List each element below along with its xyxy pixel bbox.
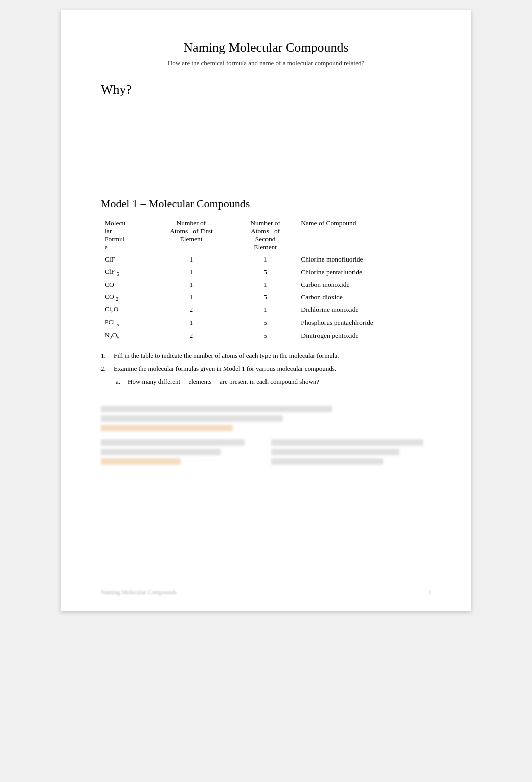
name-cl2o: Dichlorine monoxide (297, 303, 431, 316)
question-1: 1. Fill in the table to indicate the num… (101, 352, 431, 360)
question-1-text: Fill in the table to indicate the number… (114, 352, 339, 360)
table-row: CO 1 1 Carbon monoxide (101, 279, 431, 291)
question-2a-letter: a. (116, 378, 125, 386)
num2-co2: 5 (234, 291, 297, 304)
footer: Naming Molecular Compounds 1 (101, 589, 431, 596)
name-clf5: Chlorine pentafluoride (297, 266, 431, 279)
name-n2o5: Dinitrogen pentoxide (297, 329, 431, 342)
blurred-content (101, 406, 431, 470)
col-header-first-element: Number ofAtoms of FirstElement (149, 217, 234, 253)
question-2-text: Examine the molecular formulas given in … (114, 365, 336, 373)
formula-n2o5: N2O5 (101, 329, 149, 342)
question-2-num: 2. (101, 365, 111, 373)
question-2: 2. Examine the molecular formulas given … (101, 365, 431, 373)
page-subtitle: How are the chemical formula and name of… (101, 59, 431, 67)
table-row: N2O5 2 5 Dinitrogen pentoxide (101, 329, 431, 342)
name-pcl5: Phosphorus pentachlroride (297, 316, 431, 329)
why-section: Why? (101, 82, 431, 97)
question-2a-text: How many different elements are present … (128, 378, 319, 386)
questions-section: 1. Fill in the table to indicate the num… (101, 352, 431, 386)
model-1-title: Model 1 – Molecular Compounds (101, 197, 431, 210)
name-clf: Chlorine monofluoride (297, 253, 431, 266)
compounds-table: MolecularFormula Number ofAtoms of First… (101, 217, 431, 342)
footer-text: Naming Molecular Compounds (101, 589, 177, 596)
num1-clf: 1 (149, 253, 234, 266)
formula-co: CO (101, 279, 149, 291)
col-header-formula: MolecularFormula (101, 217, 149, 253)
why-label: Why? (101, 82, 132, 97)
num2-clf5: 5 (234, 266, 297, 279)
table-row: Cl2O 2 1 Dichlorine monoxide (101, 303, 431, 316)
num2-clf: 1 (234, 253, 297, 266)
col-header-second-element: Number ofAtoms ofSecondElement (234, 217, 297, 253)
num1-clf5: 1 (149, 266, 234, 279)
formula-clf5: ClF 5 (101, 266, 149, 279)
name-co: Carbon monoxide (297, 279, 431, 291)
question-1-num: 1. (101, 352, 111, 360)
formula-co2: CO 2 (101, 291, 149, 304)
page-title: Naming Molecular Compounds (101, 40, 431, 55)
document-page: Naming Molecular Compounds How are the c… (61, 10, 471, 611)
num2-co: 1 (234, 279, 297, 291)
formula-clf: ClF (101, 253, 149, 266)
table-row: ClF 5 1 5 Chlorine pentafluoride (101, 266, 431, 279)
table-row: CO 2 1 5 Carbon dioxide (101, 291, 431, 304)
num2-pcl5: 5 (234, 316, 297, 329)
formula-pcl5: PCl 5 (101, 316, 149, 329)
num1-pcl5: 1 (149, 316, 234, 329)
num1-n2o5: 2 (149, 329, 234, 342)
table-row: PCl 5 1 5 Phosphorus pentachlroride (101, 316, 431, 329)
num1-cl2o: 2 (149, 303, 234, 316)
name-co2: Carbon dioxide (297, 291, 431, 304)
num2-cl2o: 1 (234, 303, 297, 316)
question-2a: a. How many different elements are prese… (116, 378, 431, 386)
num1-co: 1 (149, 279, 234, 291)
num1-co2: 1 (149, 291, 234, 304)
formula-cl2o: Cl2O (101, 303, 149, 316)
model-1-section: Model 1 – Molecular Compounds MolecularF… (101, 197, 431, 386)
col-header-name: Name of Compound (297, 217, 431, 253)
num2-n2o5: 5 (234, 329, 297, 342)
footer-page: 1 (428, 589, 431, 596)
table-row: ClF 1 1 Chlorine monofluoride (101, 253, 431, 266)
